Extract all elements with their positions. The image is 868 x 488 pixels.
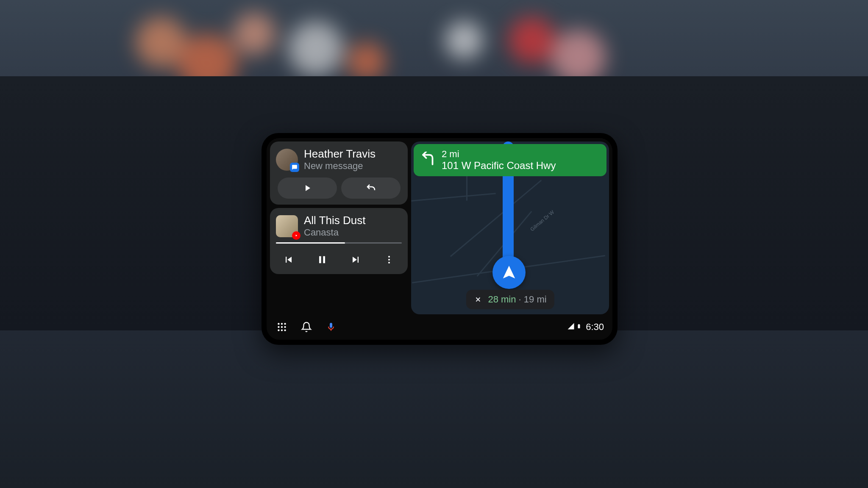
media-player-card[interactable]: All This Dust Canasta [270,208,408,274]
playback-progress[interactable] [276,242,402,244]
reply-message-button[interactable] [341,177,401,199]
youtube-music-badge [292,231,300,240]
turn-left-icon [420,152,436,169]
messages-app-badge [290,163,299,172]
close-icon[interactable] [473,295,482,304]
turn-street-name: 101 W Pacific Coast Hwy [442,160,556,172]
svg-point-2 [388,262,390,263]
artist-name: Canasta [304,227,365,238]
svg-point-7 [284,323,286,324]
navigation-map-card[interactable]: Gilman Dr W 2 mi 101 W Pacific Coast H [411,141,609,314]
turn-direction-banner[interactable]: 2 mi 101 W Pacific Coast Hwy [414,144,606,176]
road-label: Gilman Dr W [529,209,556,233]
system-bottom-bar: 6:30 [267,314,612,340]
current-position-marker [492,256,526,289]
svg-point-0 [388,256,390,258]
clock: 6:30 [586,322,604,333]
battery-icon [576,322,581,332]
message-subtitle: New message [304,161,376,172]
app-launcher-button[interactable] [275,320,289,334]
notifications-button[interactable] [300,320,313,334]
svg-point-1 [388,259,390,261]
message-notification-card[interactable]: Heather Travis New message [270,141,408,205]
svg-point-8 [278,326,279,328]
infotainment-display: Heather Travis New message [262,133,618,345]
cell-signal-icon [567,322,575,332]
play-message-button[interactable] [278,177,337,199]
svg-point-11 [278,329,279,331]
svg-point-5 [278,323,279,324]
trip-eta: 28 min · 19 mi [488,294,546,305]
svg-point-12 [281,329,283,331]
svg-point-9 [281,326,283,328]
album-art [276,215,298,237]
voice-assistant-button[interactable] [324,320,338,334]
sender-name: Heather Travis [304,147,376,161]
more-options-button[interactable] [381,251,398,268]
track-title: All This Dust [304,214,365,227]
svg-point-6 [281,323,283,324]
next-track-button[interactable] [347,251,364,268]
contact-avatar [276,149,298,171]
previous-track-button[interactable] [280,251,297,268]
pause-button[interactable] [314,251,331,268]
svg-point-10 [284,326,286,328]
turn-distance: 2 mi [442,149,556,160]
trip-summary-bar[interactable]: 28 min · 19 mi [466,290,554,309]
svg-point-13 [284,329,286,331]
